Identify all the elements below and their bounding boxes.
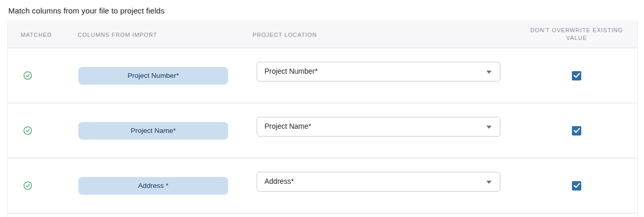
table-row-partial	[8, 213, 637, 217]
project-location-select[interactable]: Address*	[257, 172, 500, 192]
header-dont-overwrite: DON'T OVERWRITE EXISTING VALUE	[526, 26, 627, 42]
checkmark-icon	[573, 73, 580, 78]
check-circle-icon	[23, 126, 32, 135]
header-matched: MATCHED	[21, 32, 52, 38]
table-row: Project Name* Project Name*	[8, 103, 637, 158]
import-column-chip[interactable]: Project Number*	[78, 67, 228, 85]
page-title: Match columns from your file to project …	[8, 6, 644, 15]
dont-overwrite-checkbox[interactable]	[572, 71, 581, 80]
table-header-row: MATCHED COLUMNS FROM IMPORT PROJECT LOCA…	[8, 20, 637, 48]
table-row: Address * Address*	[8, 158, 637, 213]
project-location-select[interactable]: Project Name*	[257, 117, 500, 137]
chevron-down-icon	[486, 71, 492, 74]
project-location-select[interactable]: Project Number*	[257, 62, 500, 82]
dont-overwrite-checkbox[interactable]	[572, 126, 581, 135]
check-circle-icon	[23, 71, 32, 80]
header-project-location: PROJECT LOCATION	[253, 32, 317, 38]
table-row: Project Number* Project Number*	[8, 48, 637, 103]
import-column-label: Project Number*	[128, 72, 179, 79]
import-column-chip[interactable]: Address *	[78, 177, 228, 195]
import-column-chip[interactable]: Project Name*	[78, 122, 228, 140]
dont-overwrite-checkbox[interactable]	[572, 181, 581, 191]
header-columns-from-import: COLUMNS FROM IMPORT	[78, 32, 157, 38]
check-circle-icon	[23, 181, 32, 190]
project-location-value: Address*	[264, 177, 294, 185]
import-column-label: Address *	[138, 182, 169, 189]
import-column-label: Project Name*	[131, 127, 176, 134]
column-mapping-table: MATCHED COLUMNS FROM IMPORT PROJECT LOCA…	[7, 20, 638, 217]
checkmark-icon	[573, 183, 580, 188]
chevron-down-icon	[486, 181, 492, 184]
project-location-value: Project Name*	[264, 122, 311, 130]
chevron-down-icon	[486, 126, 492, 129]
checkmark-icon	[573, 128, 580, 133]
project-location-value: Project Number*	[264, 67, 318, 75]
